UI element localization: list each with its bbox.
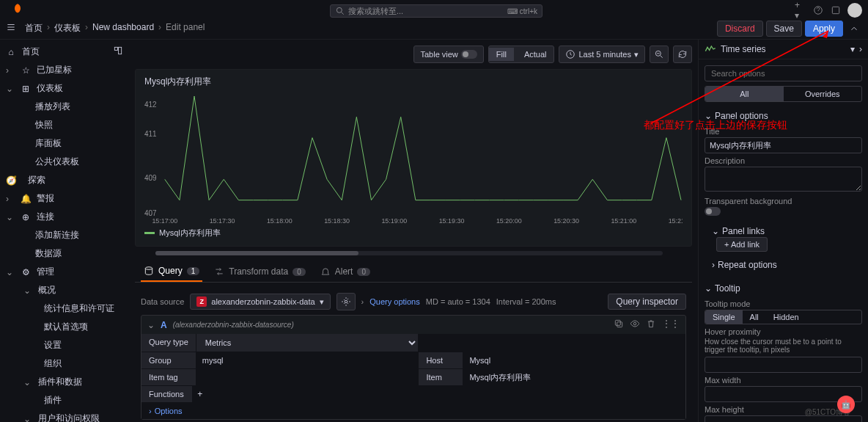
sidebar-users-access[interactable]: ⌄用户和访问权限	[0, 410, 129, 422]
global-search[interactable]: 搜索或跳转至... ⌨ ctrl+k	[330, 4, 542, 18]
svg-point-31	[633, 322, 636, 325]
copy-query-icon[interactable]	[614, 319, 624, 331]
chevron-right-icon[interactable]: ›	[859, 44, 862, 54]
transform-icon	[214, 266, 224, 277]
sidebar-add-connection[interactable]: 添加新连接	[0, 226, 129, 244]
delete-query-icon[interactable]	[646, 319, 656, 331]
add-link-button[interactable]: + Add link	[716, 237, 768, 252]
section-repeat[interactable]: ›Repeat options	[705, 257, 862, 273]
grafana-logo[interactable]	[12, 3, 23, 15]
save-button[interactable]: Save	[766, 21, 802, 37]
collapse-query-icon[interactable]: ⌄	[147, 320, 155, 330]
collapse-icon[interactable]	[846, 21, 862, 37]
svg-point-27	[145, 267, 152, 270]
title-input[interactable]	[705, 137, 862, 153]
svg-point-28	[345, 300, 347, 303]
sidebar-stats[interactable]: 统计信息和许可证	[0, 299, 129, 318]
drag-query-icon[interactable]: ⋮⋮	[662, 319, 680, 331]
datasource-settings-button[interactable]	[336, 293, 356, 310]
sidebar-playlists[interactable]: 播放列表	[0, 98, 129, 116]
hide-query-icon[interactable]	[630, 319, 640, 331]
refresh-button[interactable]	[673, 46, 692, 63]
bell-icon	[320, 266, 331, 277]
apply-button[interactable]: Apply	[805, 21, 843, 37]
chart[interactable]: 412 411 409 407 15:17:0015:17:3015:18:00…	[144, 92, 683, 225]
sidebar-overview[interactable]: ⌄概况	[0, 281, 129, 299]
sidebar-plugins[interactable]: 插件	[0, 391, 129, 410]
sidebar-home[interactable]: ⌂首页	[0, 43, 129, 61]
title-label: Title	[705, 127, 862, 136]
transparent-toggle[interactable]	[705, 207, 721, 216]
tab-alert[interactable]: Alert0	[317, 261, 373, 282]
query-letter[interactable]: A	[161, 320, 167, 330]
discard-button[interactable]: Discard	[717, 21, 763, 37]
item-tag-input[interactable]	[196, 369, 419, 385]
svg-text:411: 411	[144, 130, 157, 138]
query-options-toggle[interactable]: ›Options	[141, 403, 190, 419]
assistant-fab[interactable]: 🤖	[837, 396, 855, 413]
add-icon[interactable]: + ▾	[795, 4, 806, 16]
sidebar-orgs[interactable]: 组织	[0, 354, 129, 373]
help-icon[interactable]	[812, 4, 824, 16]
sidebar-starred[interactable]: ›☆已加星标	[0, 61, 129, 79]
description-input[interactable]	[705, 167, 862, 192]
svg-text:15:20:30: 15:20:30	[553, 217, 579, 225]
news-icon[interactable]	[830, 4, 842, 16]
query-type-label: Query type	[141, 334, 196, 352]
sidebar-explore[interactable]: 🧭探索	[0, 171, 129, 189]
table-view-toggle[interactable]: Table view	[413, 46, 483, 63]
tab-query[interactable]: Query1	[141, 261, 202, 282]
transparent-label: Transparent background	[705, 197, 862, 205]
query-type-select[interactable]: Metrics	[196, 334, 419, 352]
svg-text:15:18:30: 15:18:30	[324, 217, 350, 225]
crumb-dashboards[interactable]: 仪表板	[54, 22, 81, 34]
viz-picker[interactable]: Time series ▾ ›	[699, 40, 868, 59]
group-input[interactable]	[196, 352, 419, 368]
sidebar-settings[interactable]: 设置	[0, 336, 129, 354]
tooltip-mode-label: Tooltip mode	[705, 299, 862, 308]
sidebar-admin[interactable]: ⌄⚙管理	[0, 263, 129, 281]
svg-line-1	[342, 12, 344, 15]
sidebar-public[interactable]: 公共仪表板	[0, 153, 129, 171]
sidebar-defaults[interactable]: 默认首选项	[0, 318, 129, 336]
svg-point-0	[336, 7, 342, 12]
tooltip-mode-group[interactable]: Single All Hidden	[705, 310, 862, 324]
datasource-label: Data source	[141, 297, 184, 306]
tab-transform[interactable]: Transform data0	[211, 261, 308, 282]
host-input[interactable]	[463, 352, 685, 368]
query-editor: ⌄ A (alexanderzobnin-zabbix-datasource) …	[141, 315, 686, 420]
zoom-out-button[interactable]	[650, 46, 669, 63]
section-tooltip[interactable]: ⌄Tooltip	[705, 280, 862, 297]
fill-actual-toggle[interactable]: FillActual	[488, 46, 555, 63]
sidebar-plugins-data[interactable]: ⌄插件和数据	[0, 373, 129, 391]
sidebar-connections[interactable]: ⌄⊕连接	[0, 208, 129, 226]
tab-all[interactable]: All	[705, 87, 784, 101]
hover-prox-input[interactable]	[705, 357, 862, 373]
sidebar-alerting[interactable]: ›🔔警报	[0, 189, 129, 208]
toggle-icon[interactable]	[461, 50, 477, 59]
crumb-home[interactable]: 首页	[25, 22, 43, 34]
options-search[interactable]	[705, 65, 862, 81]
panel-icon[interactable]	[113, 46, 123, 56]
section-panel-options[interactable]: ⌄Panel options	[705, 108, 862, 124]
time-range-picker[interactable]: Last 5 minutes▾	[559, 46, 645, 63]
user-avatar[interactable]	[847, 3, 862, 18]
svg-rect-30	[615, 320, 620, 325]
add-function-button[interactable]: +	[192, 386, 208, 402]
datasource-select[interactable]: Zalexanderzobnin-zabbix-data▾	[190, 294, 330, 310]
item-input[interactable]	[463, 369, 685, 385]
sidebar-dashboards[interactable]: ⌄⊞仪表板	[0, 79, 129, 98]
horizontal-scrollbar[interactable]	[155, 251, 663, 255]
legend-label[interactable]: Mysql内存利用率	[159, 228, 221, 239]
query-inspector-button[interactable]: Query inspector	[608, 294, 686, 310]
zabbix-icon: Z	[196, 297, 207, 307]
item-tag-label: Item tag	[141, 369, 196, 385]
crumb-new[interactable]: New dashboard	[92, 22, 154, 34]
query-options-link[interactable]: Query options	[369, 297, 419, 306]
sidebar-snapshots[interactable]: 快照	[0, 116, 129, 134]
sidebar-library[interactable]: 库面板	[0, 134, 129, 153]
svg-text:15:17:00: 15:17:00	[152, 217, 177, 225]
sidebar-datasources[interactable]: 数据源	[0, 244, 129, 263]
tab-overrides[interactable]: Overrides	[784, 87, 862, 101]
menu-icon[interactable]	[6, 22, 19, 35]
